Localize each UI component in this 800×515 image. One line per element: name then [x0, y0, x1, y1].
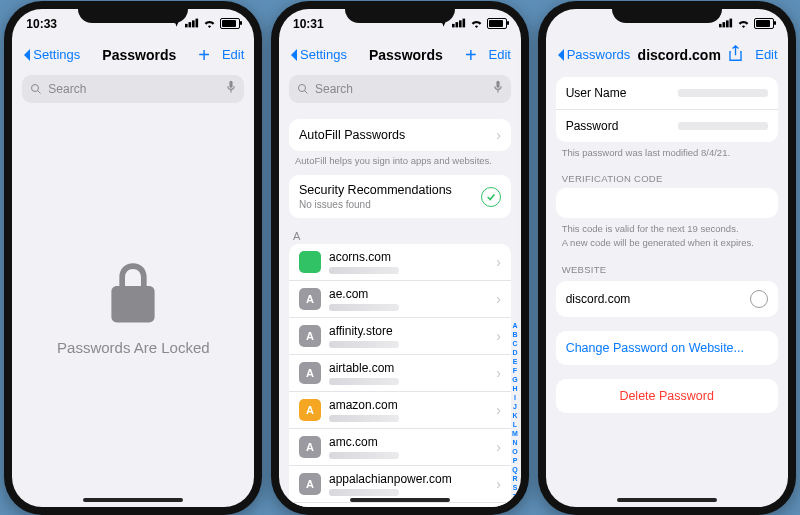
share-button[interactable] — [728, 45, 743, 65]
back-button[interactable]: Passwords — [556, 47, 631, 62]
index-letter[interactable]: C — [510, 339, 520, 348]
index-letter[interactable]: E — [510, 357, 520, 366]
password-row[interactable]: Aamc.com› — [289, 429, 511, 466]
index-letter[interactable]: K — [510, 411, 520, 420]
index-letter[interactable]: Q — [510, 465, 520, 474]
edit-button[interactable]: Edit — [222, 47, 244, 62]
username-redacted — [329, 489, 399, 496]
index-letter[interactable]: R — [510, 474, 520, 483]
password-row[interactable]: Aaffinity.store› — [289, 318, 511, 355]
change-password-button[interactable]: Change Password on Website... — [556, 331, 778, 365]
website-header: WEBSITE — [562, 264, 772, 275]
index-letter[interactable]: P — [510, 456, 520, 465]
username-row[interactable]: User Name — [556, 77, 778, 110]
password-list: acorns.com›Aae.com›Aaffinity.store›Aairt… — [289, 244, 511, 506]
security-recommendations-cell[interactable]: Security Recommendations No issues found — [289, 175, 511, 218]
verification-note-1: This code is valid for the next 19 secon… — [562, 223, 772, 236]
home-indicator[interactable] — [83, 498, 183, 502]
share-icon — [728, 45, 743, 62]
site-favicon: A — [299, 288, 321, 310]
search-icon — [297, 83, 309, 95]
site-name: airtable.com — [329, 361, 488, 375]
section-index[interactable]: ABCDEFGHIJKLMNOPQRSTUVWXYZ# — [510, 321, 520, 487]
svg-rect-10 — [462, 18, 465, 27]
site-favicon: A — [299, 325, 321, 347]
search-field[interactable]: Search — [289, 75, 511, 103]
svg-point-11 — [298, 84, 305, 91]
back-button[interactable]: Settings — [22, 47, 80, 62]
username-redacted — [329, 415, 399, 422]
site-favicon: A — [299, 436, 321, 458]
back-label: Passwords — [567, 47, 631, 62]
add-button[interactable]: + — [465, 45, 477, 65]
password-row[interactable]: acorns.com› — [289, 244, 511, 281]
home-indicator[interactable] — [350, 498, 450, 502]
index-letter[interactable]: H — [510, 384, 520, 393]
website-value: discord.com — [566, 292, 631, 306]
index-letter[interactable]: J — [510, 402, 520, 411]
section-header-a: A — [293, 230, 507, 242]
index-letter[interactable]: A — [510, 321, 520, 330]
index-letter[interactable]: M — [510, 429, 520, 438]
cell-signal-icon — [185, 17, 199, 31]
svg-rect-14 — [719, 23, 722, 27]
add-button[interactable]: + — [198, 45, 210, 65]
password-row[interactable]: Aairtable.com› — [289, 355, 511, 392]
index-letter[interactable]: I — [510, 393, 520, 402]
password-value-redacted — [678, 122, 768, 130]
username-redacted — [329, 304, 399, 311]
password-row[interactable]: Password — [556, 110, 778, 142]
index-letter[interactable]: T — [510, 492, 520, 501]
dictation-icon[interactable] — [226, 80, 236, 97]
search-placeholder: Search — [315, 82, 353, 96]
svg-rect-9 — [459, 20, 462, 27]
site-favicon — [299, 251, 321, 273]
dictation-icon[interactable] — [493, 80, 503, 97]
index-letter[interactable]: N — [510, 438, 520, 447]
password-row[interactable]: Aae.com› — [289, 281, 511, 318]
page-title: Passwords — [369, 47, 443, 63]
svg-point-4 — [32, 84, 39, 91]
notch — [345, 1, 455, 23]
search-icon — [30, 83, 42, 95]
svg-line-5 — [38, 90, 41, 93]
password-row[interactable]: apple.com› — [289, 503, 511, 506]
verification-code-cell[interactable] — [556, 188, 778, 218]
svg-rect-7 — [452, 23, 455, 27]
username-redacted — [329, 341, 399, 348]
index-letter[interactable]: G — [510, 375, 520, 384]
autofill-cell[interactable]: AutoFill Passwords › — [289, 119, 511, 151]
website-row[interactable]: discord.com — [556, 281, 778, 317]
site-name: appalachianpower.com — [329, 472, 488, 486]
index-letter[interactable]: F — [510, 366, 520, 375]
verification-note-2: A new code will be generated when it exp… — [562, 237, 772, 250]
index-letter[interactable]: S — [510, 483, 520, 492]
index-letter[interactable]: O — [510, 447, 520, 456]
delete-password-button[interactable]: Delete Password — [556, 379, 778, 413]
svg-rect-6 — [230, 81, 233, 88]
username-redacted — [329, 267, 399, 274]
edit-button[interactable]: Edit — [489, 47, 511, 62]
svg-rect-3 — [196, 18, 199, 27]
chevron-left-icon — [289, 48, 298, 62]
index-letter[interactable]: B — [510, 330, 520, 339]
back-button[interactable]: Settings — [289, 47, 347, 62]
site-name: affinity.store — [329, 324, 488, 338]
cell-signal-icon — [719, 17, 733, 31]
status-time: 10:33 — [26, 17, 57, 31]
svg-rect-17 — [729, 18, 732, 27]
site-name: amazon.com — [329, 398, 488, 412]
phone-locked: 10:33 Settings — [4, 1, 262, 515]
svg-rect-2 — [192, 20, 195, 27]
svg-rect-13 — [496, 81, 499, 88]
index-letter[interactable]: D — [510, 348, 520, 357]
svg-rect-16 — [726, 20, 729, 27]
home-indicator[interactable] — [617, 498, 717, 502]
index-letter[interactable]: U — [510, 501, 520, 507]
index-letter[interactable]: L — [510, 420, 520, 429]
password-row[interactable]: Aamazon.com› — [289, 392, 511, 429]
edit-button[interactable]: Edit — [755, 47, 777, 62]
site-name: acorns.com — [329, 250, 488, 264]
search-field[interactable]: Search — [22, 75, 244, 103]
wifi-icon — [737, 17, 750, 31]
